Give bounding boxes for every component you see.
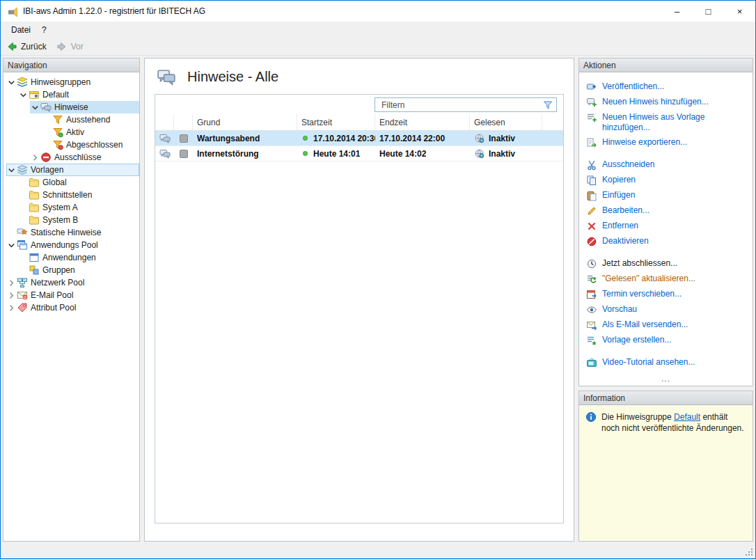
tree-item-inner: Netzwerk Pool bbox=[6, 276, 139, 289]
expand-expander-icon[interactable] bbox=[6, 303, 17, 313]
tree-item-label: Schnittstellen bbox=[40, 190, 95, 200]
tree-item-attribut-pool[interactable]: Attribut Pool bbox=[3, 301, 139, 314]
collapse-expander-icon[interactable] bbox=[30, 102, 40, 113]
add-hint-icon bbox=[586, 97, 597, 108]
action-jetzt-abschliessen[interactable]: Jetzt abschliessen... bbox=[586, 256, 746, 271]
forward-button[interactable]: Vor bbox=[56, 41, 84, 52]
action-deaktivieren[interactable]: Deaktivieren bbox=[586, 234, 746, 249]
expander-spacer bbox=[18, 265, 29, 276]
column-header-grund[interactable]: Grund bbox=[193, 114, 297, 130]
column-header-startzeit[interactable]: Startzeit bbox=[297, 114, 375, 130]
action-group: AusschneidenKopierenEinfügenBearbeiten..… bbox=[586, 157, 746, 249]
tree-item-default[interactable]: Default bbox=[3, 88, 139, 101]
tree-item-e-mail-pool[interactable]: @E-Mail Pool bbox=[3, 289, 139, 301]
resize-grip-icon[interactable] bbox=[745, 548, 753, 556]
endzeit-cell: Heute 14:02 bbox=[375, 146, 470, 161]
tree-item-hinweisgruppen[interactable]: Hinweisgruppen bbox=[3, 76, 139, 88]
action-vorschau[interactable]: Vorschau bbox=[586, 302, 746, 317]
action-ver-ffentlichen[interactable]: Veröffentlichen... bbox=[586, 79, 746, 95]
tree-item-label: Anwendungs Pool bbox=[28, 240, 101, 250]
grund-cell: Wartungsabend bbox=[193, 131, 297, 145]
tree-item-label: Gruppen bbox=[40, 265, 78, 275]
tree-item-inner: @E-Mail Pool bbox=[6, 289, 139, 301]
information-body: Die Hinweisgruppe Default enthält noch n… bbox=[579, 405, 753, 541]
main-header: Hinweise - Alle bbox=[155, 58, 564, 94]
tree-item-label: Ausschlüsse bbox=[52, 152, 104, 162]
tree-item-vorlagen[interactable]: Vorlagen bbox=[3, 164, 139, 176]
statische-hinweise-icon bbox=[17, 227, 28, 238]
column-header-color[interactable] bbox=[174, 114, 193, 130]
collapse-expander-icon[interactable] bbox=[6, 165, 17, 175]
filter-input-wrap bbox=[375, 97, 557, 112]
maximize-button[interactable]: □ bbox=[693, 1, 724, 22]
info-icon bbox=[585, 411, 597, 423]
tree-item-ausstehend[interactable]: Ausstehend bbox=[3, 113, 139, 126]
action-label: Neuen Hinweis aus Vorlage hinzufügen... bbox=[602, 112, 746, 133]
column-header-type[interactable] bbox=[155, 114, 174, 130]
tree-item-netzwerk-pool[interactable]: Netzwerk Pool bbox=[3, 276, 139, 289]
table-row-internetst-rung[interactable]: InternetstörungHeute 14:01Heute 14:02Ina… bbox=[155, 146, 563, 162]
actions-scroll-indicator[interactable]: ... bbox=[579, 374, 753, 386]
action-kopieren[interactable]: Kopieren bbox=[586, 173, 746, 188]
tree-item-label: Hinweise bbox=[52, 102, 91, 112]
action-label: Kopieren bbox=[602, 175, 636, 185]
tree-item-anwendungs-pool[interactable]: Anwendungs Pool bbox=[3, 239, 139, 251]
tree-item-gruppen[interactable]: Gruppen bbox=[3, 264, 139, 276]
tree-item-ausschl-sse[interactable]: Ausschlüsse bbox=[3, 151, 139, 164]
expand-expander-icon[interactable] bbox=[6, 290, 17, 301]
expand-expander-icon[interactable] bbox=[6, 278, 17, 288]
app-icon bbox=[7, 6, 18, 17]
tree-item-inner: Default bbox=[18, 88, 139, 101]
action-label: Vorschau bbox=[602, 304, 637, 315]
column-header-gelesen[interactable]: Gelesen bbox=[470, 114, 542, 130]
tree-item-inner: Gruppen bbox=[18, 264, 139, 276]
menu-item-[interactable]: ? bbox=[36, 23, 52, 37]
action-hinweise-exportieren[interactable]: Hinweise exportieren... bbox=[586, 135, 746, 150]
tree-item-hinweise[interactable]: Hinweise bbox=[3, 101, 139, 113]
tree-item-aktiv[interactable]: Aktiv bbox=[3, 126, 139, 139]
menu-bar: Datei? bbox=[1, 22, 755, 38]
tree-item-anwendungen[interactable]: Anwendungen bbox=[3, 251, 139, 264]
filter-funnel-icon[interactable] bbox=[542, 100, 553, 111]
expand-expander-icon[interactable] bbox=[30, 152, 40, 163]
tree-item-inner: Hinweisgruppen bbox=[6, 76, 139, 88]
column-header-endzeit[interactable]: Endzeit bbox=[375, 114, 470, 130]
table-row-wartungsabend[interactable]: Wartungsabend17.10.2014 20:3017.10.2014 … bbox=[155, 131, 563, 146]
default-group-link[interactable]: Default bbox=[674, 412, 700, 422]
collapse-expander-icon[interactable] bbox=[6, 77, 17, 88]
tree-item-statische-hinweise[interactable]: Statische Hinweise bbox=[3, 226, 139, 239]
collapse-expander-icon[interactable] bbox=[6, 240, 17, 251]
action-einf-gen[interactable]: Einfügen bbox=[586, 188, 746, 203]
back-arrow-icon bbox=[6, 41, 17, 52]
action-gelesen-aktualisieren[interactable]: "Gelesen" aktualisieren... bbox=[586, 271, 746, 287]
minimize-button[interactable]: – bbox=[661, 1, 693, 22]
action-neuen-hinweis-hinzuf-gen[interactable]: Neuen Hinweis hinzufügen... bbox=[586, 95, 746, 110]
update-read-icon bbox=[586, 274, 597, 285]
tree-item-abgeschlossen[interactable]: Abgeschlossen bbox=[3, 139, 139, 151]
collapse-expander-icon[interactable] bbox=[18, 90, 29, 100]
action-bearbeiten[interactable]: Bearbeiten... bbox=[586, 203, 746, 219]
tree-item-global[interactable]: Global bbox=[3, 176, 139, 189]
tree-item-label: Default bbox=[40, 90, 72, 100]
tree-item-system-b[interactable]: System B bbox=[3, 214, 139, 226]
action-vorlage-erstellen[interactable]: Vorlage erstellen... bbox=[586, 333, 746, 348]
action-entfernen[interactable]: Entfernen bbox=[586, 219, 746, 234]
back-button[interactable]: Zurück bbox=[6, 41, 47, 52]
tree-item-schnittstellen[interactable]: Schnittstellen bbox=[3, 189, 139, 201]
tree-item-inner: Ausschlüsse bbox=[30, 151, 139, 164]
table-body: Wartungsabend17.10.2014 20:3017.10.2014 … bbox=[155, 131, 563, 162]
action-ausschneiden[interactable]: Ausschneiden bbox=[586, 157, 746, 173]
action-als-e-mail-versenden[interactable]: Als E-Mail versenden... bbox=[586, 317, 746, 333]
action-termin-verschieben[interactable]: Termin verschieben... bbox=[586, 287, 746, 302]
menu-item-datei[interactable]: Datei bbox=[6, 23, 36, 37]
hint-color-cell bbox=[174, 131, 193, 145]
tree-item-inner: Schnittstellen bbox=[18, 189, 139, 201]
action-label: Termin verschieben... bbox=[602, 289, 682, 299]
action-neuen-hinweis-aus-vorlage-hinzuf-gen[interactable]: Neuen Hinweis aus Vorlage hinzufügen... bbox=[586, 110, 746, 135]
paste-icon bbox=[586, 190, 597, 201]
hint-color-cell bbox=[174, 146, 193, 161]
tree-item-system-a[interactable]: System A bbox=[3, 201, 139, 214]
action-video-tutorial-ansehen[interactable]: Video-Tutorial ansehen... bbox=[586, 355, 746, 370]
filter-input[interactable] bbox=[380, 100, 542, 111]
close-button[interactable]: × bbox=[724, 1, 755, 22]
